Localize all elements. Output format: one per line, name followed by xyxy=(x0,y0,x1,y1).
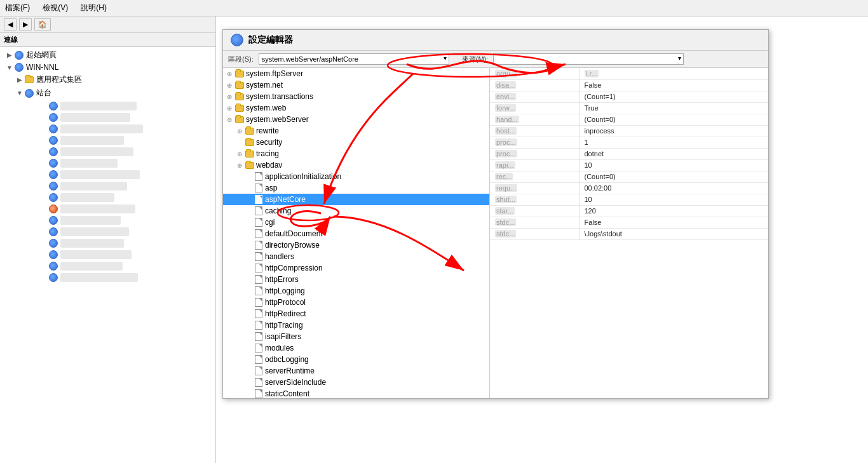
site-label-blurred xyxy=(60,205,135,213)
list-item[interactable] xyxy=(25,192,213,203)
sidebar-item-apppool[interactable]: ▶ 應用程式集區 xyxy=(0,73,215,86)
list-item[interactable] xyxy=(25,272,213,283)
expand-icon xyxy=(243,391,254,398)
source-select[interactable] xyxy=(493,53,684,65)
file-icon xyxy=(254,344,264,352)
cfg-node-web[interactable]: ⊕ system.web xyxy=(223,102,489,114)
sidebar-forward-button[interactable]: ▶ xyxy=(19,18,32,30)
table-row: rapi... 10 xyxy=(490,159,768,171)
list-item[interactable] xyxy=(25,215,213,226)
cfg-node-label: handlers xyxy=(265,252,294,261)
list-item[interactable] xyxy=(25,146,213,158)
cfg-node-aspNetCore[interactable]: aspNetCore xyxy=(223,194,489,205)
folder-icon xyxy=(245,149,255,158)
cfg-node-label: asp xyxy=(265,184,277,192)
cfg-node-httpRedirect[interactable]: httpRedirect xyxy=(223,308,489,319)
list-item[interactable] xyxy=(25,260,213,272)
cfg-node-httpLogging[interactable]: httpLogging xyxy=(223,285,489,297)
cfg-node-rewrite[interactable]: ⊕ rewrite xyxy=(223,125,489,137)
cfg-node-caching[interactable]: caching xyxy=(223,205,489,217)
cfg-node-transactions[interactable]: ⊕ system.transactions xyxy=(223,91,489,102)
list-item[interactable] xyxy=(25,112,213,123)
prop-value: 00:02:00 xyxy=(579,182,768,194)
menu-view[interactable]: 檢視(V) xyxy=(40,1,71,15)
globe-icon xyxy=(48,205,58,213)
cfg-node-httpProtocol[interactable]: httpProtocol xyxy=(223,297,489,308)
table-row: proc... 1 xyxy=(490,137,768,148)
menu-help[interactable]: 說明(H) xyxy=(78,1,109,15)
globe-icon xyxy=(48,170,58,179)
site-label-blurred xyxy=(60,193,114,202)
cfg-node-appInit[interactable]: applicationInitialization xyxy=(223,171,489,182)
cfg-node-serverRuntime[interactable]: serverRuntime xyxy=(223,365,489,377)
dialog-globe-icon xyxy=(231,34,243,46)
cfg-node-handlers[interactable]: handlers xyxy=(223,251,489,262)
globe-icon xyxy=(14,63,24,72)
prop-value: \.logs\stdout xyxy=(579,228,768,239)
sidebar-item-sites[interactable]: ▼ 站台 xyxy=(0,86,215,100)
cfg-node-directoryBrowse[interactable]: directoryBrowse xyxy=(223,239,489,251)
cfg-node-asp[interactable]: asp xyxy=(223,182,489,194)
sidebar-item-win-nnl[interactable]: ▼ WIN-NNL xyxy=(0,62,215,73)
cfg-node-serverSideInclude[interactable]: serverSideInclude xyxy=(223,377,489,388)
cfg-node-label: tracing xyxy=(256,149,279,158)
cfg-node-security[interactable]: security xyxy=(223,137,489,148)
list-item[interactable] xyxy=(25,180,213,192)
list-item[interactable] xyxy=(25,238,213,249)
list-item[interactable] xyxy=(25,123,213,135)
list-item[interactable] xyxy=(25,169,213,180)
globe-icon xyxy=(48,250,58,259)
prop-value: True xyxy=(579,102,768,114)
expand-icon xyxy=(234,139,245,146)
cfg-node-httpTracing[interactable]: httpTracing xyxy=(223,319,489,331)
list-item[interactable] xyxy=(25,135,213,146)
site-label-blurred xyxy=(60,159,118,168)
table-row: envi... (Count=1) xyxy=(490,91,768,102)
expand-icon: ▼ xyxy=(5,64,14,71)
cfg-node-modules[interactable]: modules xyxy=(223,342,489,354)
prop-key: disa... xyxy=(490,79,579,91)
source-select-wrapper xyxy=(493,53,684,65)
menu-file[interactable]: 檔案(F) xyxy=(3,1,32,15)
cfg-node-net[interactable]: ⊕ system.net xyxy=(223,79,489,91)
cfg-node-label: httpLogging xyxy=(265,286,305,295)
folder-icon xyxy=(234,92,245,101)
table-row: stdc... \.logs\stdout xyxy=(490,228,768,239)
expand-icon xyxy=(243,253,254,260)
cfg-node-odbcLogging[interactable]: odbcLogging xyxy=(223,354,489,365)
sidebar-home-button[interactable]: 🏠 xyxy=(34,18,51,30)
cfg-node-staticContent[interactable]: staticContent xyxy=(223,388,489,398)
properties-table: argu... \.r... disa... False envi... (Co… xyxy=(490,68,768,240)
expand-icon: ⊕ xyxy=(224,82,234,89)
list-item[interactable] xyxy=(25,100,213,112)
cfg-node-webServer[interactable]: ⊖ system.webServer xyxy=(223,114,489,125)
prop-value: (Count=1) xyxy=(579,91,768,102)
sidebar-tree[interactable]: ▶ 起始網頁 ▼ WIN-NNL ▶ 應用程式集區 ▼ xyxy=(0,47,215,463)
prop-value: inprocess xyxy=(579,125,768,137)
sidebar-item-startpage[interactable]: ▶ 起始網頁 xyxy=(0,48,215,62)
content-area: 設定編輯器 區段(S): system.webServer/aspNetCore… xyxy=(216,17,868,463)
expand-icon xyxy=(243,265,254,272)
list-item[interactable] xyxy=(25,249,213,260)
list-item[interactable] xyxy=(25,226,213,238)
globe-icon xyxy=(48,193,58,202)
prop-value: dotnet xyxy=(579,148,768,159)
expand-icon xyxy=(243,345,254,352)
expand-icon xyxy=(243,208,254,215)
cfg-node-defaultDocument[interactable]: defaultDocument xyxy=(223,228,489,239)
section-select[interactable]: system.webServer/aspNetCore xyxy=(259,53,449,65)
list-item[interactable] xyxy=(25,158,213,169)
cfg-node-isapiFilters[interactable]: isapiFilters xyxy=(223,331,489,342)
cfg-node-cgi[interactable]: cgi xyxy=(223,217,489,228)
list-item[interactable] xyxy=(25,203,213,215)
cfg-node-httpErrors[interactable]: httpErrors xyxy=(223,274,489,285)
config-editor-title: 設定編輯器 xyxy=(223,30,768,51)
config-tree-panel[interactable]: ⊕ system.ftpServer ⊕ system.net ⊕ xyxy=(223,68,490,398)
cfg-node-tracing[interactable]: ⊕ tracing xyxy=(223,148,489,159)
cfg-node-ftpServer[interactable]: ⊕ system.ftpServer xyxy=(223,68,489,79)
cfg-node-httpCompression[interactable]: httpCompression xyxy=(223,262,489,274)
prop-key: requ... xyxy=(490,182,579,194)
sidebar-item-label: 站台 xyxy=(36,88,51,98)
sidebar-back-button[interactable]: ◀ xyxy=(4,18,17,30)
cfg-node-webdav[interactable]: ⊕ webdav xyxy=(223,159,489,171)
